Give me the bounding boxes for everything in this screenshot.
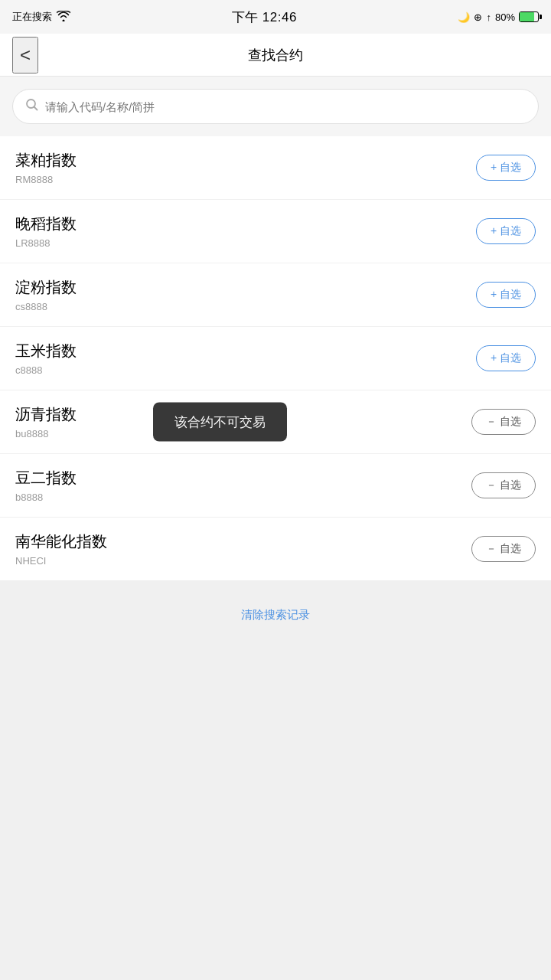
search-input[interactable] [45,100,526,113]
remove-watchlist-button[interactable]: － 自选 [471,472,536,498]
item-name: 沥青指数 [15,404,77,425]
add-watchlist-button[interactable]: + 自选 [476,345,536,371]
item-code: NHECI [15,555,107,567]
page-title: 查找合约 [248,46,303,64]
status-bar: 正在搜索 下午 12:46 🌙 ⊕ ↑ 80% [0,0,551,34]
list-item: 菜粕指数RM8888+ 自选 [0,136,551,200]
search-container [0,77,551,136]
item-code: bu8888 [15,428,77,439]
status-right: 🌙 ⊕ ↑ 80% [458,11,539,23]
status-left: 正在搜索 [12,10,70,24]
remove-watchlist-button[interactable]: － 自选 [471,409,536,435]
status-time: 下午 12:46 [232,8,297,26]
search-icon [25,98,39,116]
list-item: 玉米指数c8888+ 自选 [0,327,551,390]
moon-icon: 🌙 [458,11,470,23]
wifi-icon [57,11,70,24]
list-item: 晚稻指数LR8888+ 自选 [0,200,551,263]
list-item: 淀粉指数cs8888+ 自选 [0,263,551,327]
clear-search-area: 清除搜索记录 [0,580,551,650]
tooltip: 该合约不可交易 [153,403,287,442]
add-watchlist-button[interactable]: + 自选 [476,155,536,181]
list-container: 菜粕指数RM8888+ 自选晚稻指数LR8888+ 自选淀粉指数cs8888+ … [0,136,551,580]
item-name: 菜粕指数 [15,150,77,171]
remove-watchlist-button[interactable]: － 自选 [471,536,536,562]
item-name: 南华能化指数 [15,531,107,552]
item-code: cs8888 [15,301,77,312]
arrow-icon: ↑ [486,11,491,23]
battery-icon [519,11,539,22]
search-bar [12,89,539,124]
item-name: 玉米指数 [15,341,77,361]
item-name: 晚稻指数 [15,214,77,234]
list-item: 豆二指数b8888－ 自选 [0,454,551,518]
item-code: LR8888 [15,237,77,249]
list-item: 南华能化指数NHECI－ 自选 [0,518,551,580]
location-icon: ⊕ [474,11,482,23]
list-item: 沥青指数bu8888该合约不可交易－ 自选 [0,390,551,454]
battery-percent: 80% [495,11,515,23]
nav-bar: < 查找合约 [0,34,551,77]
add-watchlist-button[interactable]: + 自选 [476,218,536,244]
item-code: c8888 [15,364,77,376]
item-code: b8888 [15,492,77,503]
clear-search-button[interactable]: 清除搜索记录 [241,608,310,621]
item-name: 淀粉指数 [15,277,77,298]
add-watchlist-button[interactable]: + 自选 [476,282,536,308]
signal-text: 正在搜索 [12,10,52,24]
item-name: 豆二指数 [15,468,77,488]
back-button[interactable]: < [12,37,38,74]
item-code: RM8888 [15,174,77,185]
